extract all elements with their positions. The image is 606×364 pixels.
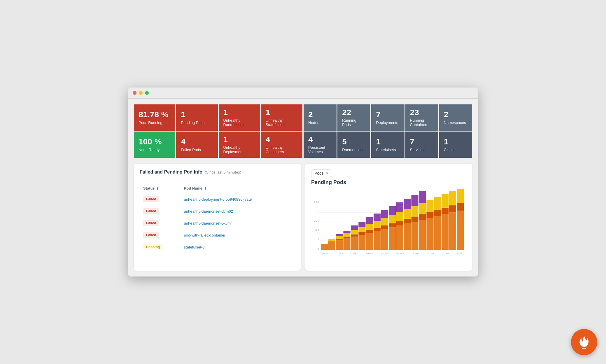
svg-rect-89 — [582, 346, 587, 347]
chart-header: Pods ▼ — [311, 169, 466, 177]
svg-rect-18 — [336, 236, 343, 239]
pod-info-panel: Failed and Pending Pod Info (Since last … — [134, 164, 301, 271]
metric-pending-pods: 1 Pending Pods — [176, 104, 218, 131]
svg-rect-38 — [374, 221, 381, 228]
chart-container: 0 0.25 0.5 0.75 1 1.25 — [311, 189, 466, 265]
svg-rect-32 — [366, 233, 373, 250]
svg-rect-59 — [411, 195, 418, 206]
main-window: 81.78 % Pods Running 1 Pending Pods 1 Un… — [128, 88, 478, 276]
svg-text:0.75: 0.75 — [314, 219, 319, 222]
svg-text:13 Nov: 13 Nov — [427, 252, 434, 255]
svg-text:09 Nov: 09 Nov — [396, 252, 404, 255]
status-badge: Failed — [143, 232, 159, 238]
minimize-button[interactable] — [139, 91, 143, 95]
metric-unhealthy-statefulsets: 1 Unhealthy Statefulsets — [261, 104, 302, 131]
metrics-grid-right: 2 Nodes 22 Running Pods 7 Deployments 23… — [304, 104, 472, 158]
metric-services: 7 Services — [405, 132, 438, 158]
svg-rect-35 — [366, 217, 373, 224]
svg-text:03 Nov: 03 Nov — [351, 252, 358, 255]
title-bar — [128, 88, 478, 99]
svg-rect-75 — [449, 191, 456, 206]
svg-rect-41 — [381, 225, 388, 229]
svg-rect-74 — [449, 205, 456, 212]
table-row: Failed unhealthy-deployment-5f5594688d-j… — [140, 193, 295, 205]
svg-text:05 Nov: 05 Nov — [366, 252, 374, 255]
pod-link[interactable]: statefulset-0 — [184, 245, 205, 249]
svg-rect-25 — [351, 235, 358, 237]
pod-table: Status ⬆ Pod Name ⬆ Failed unhealthy-dep… — [140, 184, 295, 253]
svg-rect-66 — [426, 200, 433, 212]
logo-watermark — [571, 329, 597, 355]
dashboard-content: 81.78 % Pods Running 1 Pending Pods 1 Un… — [128, 99, 478, 276]
svg-text:17 Nov: 17 Nov — [457, 252, 464, 255]
svg-rect-56 — [411, 222, 418, 250]
svg-rect-47 — [389, 206, 396, 215]
metric-running-pods: 22 Running Pods — [337, 104, 370, 131]
status-badge: Failed — [143, 208, 159, 214]
table-row: Failed unhealthy-daemonset-dcm62 — [140, 205, 295, 217]
svg-rect-50 — [396, 212, 403, 221]
svg-text:11 Nov: 11 Nov — [411, 252, 419, 255]
svg-rect-71 — [442, 208, 449, 214]
pod-link[interactable]: unhealthy-deployment-5f5594688d-j7zt9 — [184, 197, 252, 202]
svg-rect-12 — [321, 244, 328, 250]
col-status[interactable]: Status ⬆ — [140, 184, 181, 193]
svg-rect-78 — [457, 189, 464, 203]
chart-panel: Pods ▼ Pending Pods 0 0.25 0.5 0.75 1 1.… — [305, 164, 472, 271]
metric-statefulsets: 1 Statefulsets — [371, 132, 404, 158]
maximize-button[interactable] — [145, 91, 149, 95]
status-badge: Pending — [143, 244, 163, 250]
svg-text:1.25: 1.25 — [314, 201, 319, 204]
metric-node-ready: 100 % Node Ready — [134, 132, 175, 158]
svg-rect-27 — [351, 225, 358, 230]
svg-rect-73 — [449, 212, 456, 250]
svg-rect-90 — [582, 348, 586, 349]
status-badge: Failed — [143, 196, 159, 202]
metric-pods-running: 81.78 % Pods Running — [134, 104, 175, 131]
table-row: Pending statefulset-0 — [140, 241, 295, 253]
metric-unhealthy-deployment: 1 Unhealthy Deployment — [219, 132, 260, 158]
svg-rect-21 — [344, 237, 351, 238]
metric-deployments: 7 Deployments — [371, 104, 404, 131]
svg-rect-68 — [434, 210, 441, 216]
svg-rect-37 — [374, 228, 381, 231]
pod-info-subtitle: (Since last 5 minutes) — [205, 170, 241, 174]
svg-rect-65 — [426, 212, 433, 218]
svg-rect-57 — [411, 216, 418, 222]
svg-text:1: 1 — [318, 210, 319, 213]
svg-rect-33 — [366, 230, 373, 233]
svg-rect-76 — [457, 211, 464, 250]
metric-running-containers: 23 Running Containers — [405, 104, 438, 131]
svg-rect-39 — [374, 214, 381, 221]
metric-unhealthy-daemonsets: 1 Unhealthy Daemonsets — [219, 104, 260, 131]
pod-link[interactable]: pod-with-failed-container — [184, 233, 225, 237]
metric-persistent-volumes: 4 Persistent Volumes — [304, 132, 337, 158]
svg-text:07 Nov: 07 Nov — [381, 252, 388, 255]
metric-namespaces: 2 Namespaces — [439, 104, 472, 131]
svg-rect-46 — [389, 215, 396, 223]
metric-failed-pods: 4 Failed Pods — [176, 132, 218, 158]
svg-rect-13 — [328, 242, 335, 250]
svg-rect-44 — [389, 227, 396, 250]
svg-rect-61 — [419, 214, 426, 220]
svg-rect-40 — [381, 229, 388, 250]
svg-rect-45 — [389, 223, 396, 227]
svg-rect-16 — [336, 240, 343, 250]
pods-dropdown[interactable]: Pods — [311, 169, 331, 177]
svg-text:0.25: 0.25 — [314, 238, 319, 241]
metric-cluster: 1 Cluster — [439, 132, 472, 158]
table-row: Failed pod-with-failed-container — [140, 229, 295, 241]
svg-rect-52 — [404, 224, 411, 250]
svg-rect-58 — [411, 206, 418, 217]
col-pod-name[interactable]: Pod Name ⬆ — [181, 184, 295, 193]
svg-rect-30 — [358, 227, 365, 232]
svg-rect-63 — [419, 191, 426, 203]
svg-rect-67 — [434, 216, 441, 250]
close-button[interactable] — [133, 91, 136, 95]
svg-rect-20 — [344, 239, 351, 250]
svg-rect-51 — [396, 202, 403, 212]
dropdown-wrapper[interactable]: Pods ▼ — [311, 169, 331, 177]
svg-rect-53 — [404, 219, 411, 224]
pod-link[interactable]: unhealthy-daemonset-5xvmr — [184, 221, 232, 225]
pod-link[interactable]: unhealthy-daemonset-dcm62 — [184, 209, 233, 214]
